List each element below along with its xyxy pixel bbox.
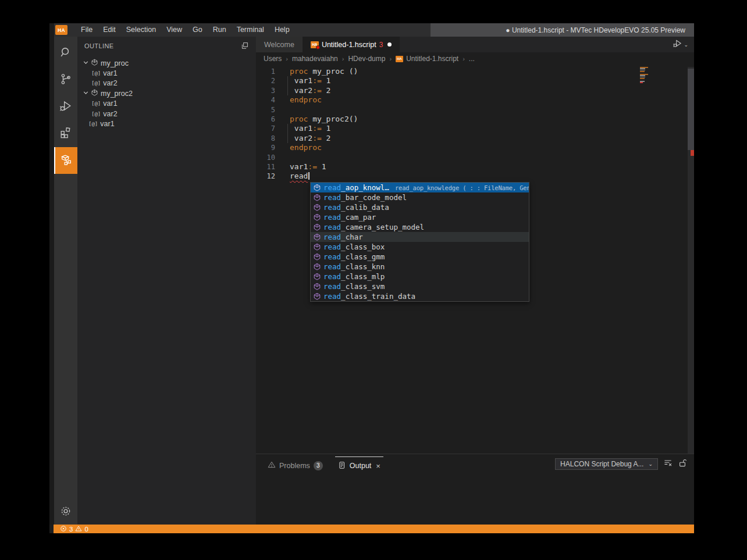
code-line-2[interactable]: 2 var1:= 1: [256, 76, 688, 85]
completion-item[interactable]: read_class_train_data: [311, 291, 529, 301]
completion-item[interactable]: read_char: [311, 232, 529, 242]
problems-badge: 3: [314, 461, 323, 470]
activity-run-and-debug[interactable]: [54, 94, 77, 120]
completion-item[interactable]: read_class_box: [311, 242, 529, 252]
symbol-variable-icon: [@]: [88, 121, 98, 127]
line-number[interactable]: 6: [256, 115, 275, 124]
minimap-line: [640, 75, 645, 76]
tab-problems[interactable]: Problems 3: [265, 456, 326, 475]
window-edge: [49, 23, 54, 525]
menu-edit[interactable]: Edit: [98, 23, 121, 37]
outline-item[interactable]: [@]var2: [77, 109, 256, 119]
symbol-procedure-icon: [91, 59, 101, 68]
hscript-file-icon: HA: [396, 56, 403, 62]
line-number[interactable]: 4: [256, 95, 275, 105]
completion-item[interactable]: read_class_gmm: [311, 252, 529, 262]
outline-item[interactable]: my_proc: [77, 58, 256, 68]
tab-output[interactable]: Output ×: [335, 456, 383, 475]
activity-search[interactable]: [54, 40, 77, 67]
code-line-4[interactable]: 4endproc: [256, 95, 688, 105]
completion-item[interactable]: read_cam_par: [311, 212, 529, 222]
completion-item[interactable]: read_calib_data: [311, 202, 529, 212]
tab-modified-dot[interactable]: [387, 42, 392, 47]
activity-settings[interactable]: [54, 499, 77, 526]
menu-run[interactable]: Run: [208, 23, 232, 37]
symbol-operator-cube-icon: [313, 223, 321, 231]
activity-bar: [54, 37, 77, 525]
outline-item[interactable]: [@]var1: [77, 99, 256, 109]
code-line-8[interactable]: 8 var2:= 2: [256, 134, 688, 143]
status-problems[interactable]: 3 0: [60, 525, 88, 533]
line-number[interactable]: 5: [256, 105, 275, 115]
completion-item[interactable]: read_class_svm: [311, 281, 529, 291]
outline-item-label: var1: [100, 120, 114, 128]
activity-halcon-procedures[interactable]: [54, 147, 77, 174]
line-number[interactable]: 3: [256, 86, 275, 95]
completion-item[interactable]: read_aop_knowl…read_aop_knowledge ( : : …: [311, 183, 529, 192]
breadcrumb-item[interactable]: Users: [264, 55, 282, 63]
completion-item[interactable]: read_class_mlp: [311, 272, 529, 281]
code-line-3[interactable]: 3 var2:= 2: [256, 86, 688, 95]
breadcrumb-item[interactable]: mahadevaiahn: [292, 55, 338, 63]
breadcrumb-item[interactable]: Untitled-1.hscript: [406, 55, 458, 63]
outline-item[interactable]: [@]var1: [77, 119, 256, 129]
chevron-down-icon: [82, 59, 91, 68]
line-number[interactable]: 7: [256, 124, 275, 133]
code-line-1[interactable]: 1proc my_proc (): [256, 67, 688, 76]
outline-item[interactable]: [@]var1: [77, 68, 256, 78]
output-channel-dropdown[interactable]: HALCON Script Debug A... ⌄: [555, 458, 658, 470]
menu-view[interactable]: View: [161, 23, 187, 37]
menu-help[interactable]: Help: [269, 23, 295, 37]
code-line-11[interactable]: 11var1:= 1: [256, 162, 688, 172]
line-number[interactable]: 1: [256, 67, 275, 76]
code-line-5[interactable]: 5: [256, 105, 688, 115]
debug-run-icon[interactable]: [673, 38, 682, 51]
menu-go[interactable]: Go: [187, 23, 208, 37]
code-line-12[interactable]: 12read: [256, 172, 688, 181]
code-line-9[interactable]: 9endproc: [256, 143, 688, 152]
line-number[interactable]: 11: [256, 162, 275, 172]
menu-terminal[interactable]: Terminal: [232, 23, 269, 37]
line-number[interactable]: 2: [256, 76, 275, 85]
scrollbar-slider[interactable]: [688, 69, 694, 150]
unlock-icon[interactable]: [678, 458, 687, 470]
line-number[interactable]: 8: [256, 134, 275, 143]
minimap-line: [640, 74, 648, 75]
breadcrumb-separator: ›: [286, 55, 288, 62]
completion-item[interactable]: read_bar_code_model: [311, 192, 529, 202]
overview-error-mark: [691, 150, 694, 156]
minimap[interactable]: [640, 67, 655, 87]
completion-item[interactable]: read_camera_setup_model: [311, 222, 529, 232]
line-number[interactable]: 9: [256, 143, 275, 152]
code-line-7[interactable]: 7 var1:= 1: [256, 124, 688, 133]
tab-untitled-file[interactable]: HA Untitled-1.hscript 3: [303, 37, 400, 52]
outline-item[interactable]: [@]var2: [77, 79, 256, 88]
editor-scrollbar[interactable]: [688, 67, 694, 454]
clear-output-icon[interactable]: [663, 458, 673, 470]
overlapping-squares-icon[interactable]: [240, 41, 249, 51]
line-number[interactable]: 10: [256, 153, 275, 162]
chevron-down-icon[interactable]: ⌄: [684, 42, 688, 48]
menu-selection[interactable]: Selection: [121, 23, 161, 37]
completion-label: read_aop_knowl…: [323, 183, 389, 192]
completion-item[interactable]: read_class_knn: [311, 262, 529, 272]
code-token: var2: [290, 134, 312, 142]
activity-source-control[interactable]: [54, 67, 77, 94]
menu-file[interactable]: File: [76, 23, 98, 37]
code-line-10[interactable]: 10: [256, 153, 688, 162]
breadcrumb: Users›mahadevaiahn›HDev-dump›HAUntitled-…: [256, 52, 694, 65]
close-icon[interactable]: ×: [376, 462, 380, 470]
code-token: :=: [312, 76, 322, 85]
activity-extensions[interactable]: [54, 120, 77, 147]
gear-icon: [59, 505, 72, 520]
line-number[interactable]: 12: [256, 172, 275, 181]
code-token: 1: [317, 162, 326, 171]
symbol-variable-icon: [@]: [91, 70, 101, 76]
breadcrumb-item[interactable]: ...: [469, 55, 475, 63]
breadcrumb-item[interactable]: HDev-dump: [348, 55, 385, 63]
code-line-6[interactable]: 6proc my_proc2(): [256, 115, 688, 124]
warning-triangle-icon: [268, 461, 276, 470]
outline-item[interactable]: my_proc2: [77, 88, 256, 98]
tab-welcome[interactable]: Welcome: [256, 37, 303, 52]
indent-guide: [287, 86, 288, 95]
